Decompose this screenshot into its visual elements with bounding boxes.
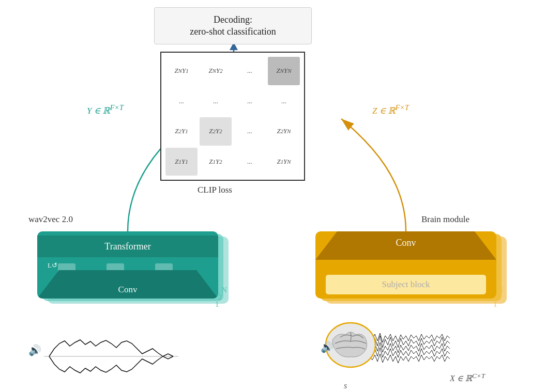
transformer-bar: Transformer [37,236,218,257]
wav2vec-label: wav2vec 2.0 [28,214,73,225]
diagram: Decoding: zero-shot classification ZNY1 … [0,0,546,392]
clip-matrix: ZNY1 ZNY2 ... ZNYN ... ... ... ... Z2Y1 … [161,53,304,180]
teal-conv-shape: Conv [37,270,218,299]
cell-2-4: Z2YN [268,117,300,146]
cell-3-1: ... [165,87,198,116]
cell-3-3: ... [234,87,266,116]
cell-2-1: Z2Y1 [165,117,198,146]
cell-1-3: ... [234,148,266,176]
s-label: s [344,381,347,390]
y-label: Y ∈ ℝF×T [87,103,124,116]
clip-label: CLIP loss [198,185,232,195]
cell-4-4: ZNYN [268,57,300,85]
cell-2-3: ... [234,117,266,146]
orange-module: Conv Subject block [315,231,496,299]
orange-1-label: 1 [493,300,497,309]
decoding-title: Decoding: [214,14,252,25]
teal-L-label: L↺ [48,261,57,270]
decoding-subtitle: zero-shot classification [190,26,276,37]
clip-matrix-box: ZNY1 ZNY2 ... ZNYN ... ... ... ... Z2Y1 … [160,52,305,181]
teal-conv-label: Conv [118,285,138,295]
decoding-label: Decoding: zero-shot classification [190,14,276,38]
brain-module-label: Brain module [421,214,469,225]
orange-conv-label: Conv [396,238,416,248]
cell-3-4: ... [268,87,300,116]
teal-conv-area: Conv [37,270,218,299]
teal-n-label: N [221,286,227,294]
x-label: X ∈ ℝC×T [450,372,485,383]
subject-block-label: Subject block [382,279,430,290]
cell-1-4: Z1YN [268,148,300,176]
teal-module: Transformer L↺ Conv [37,231,218,299]
cell-1-2: Z1Y2 [200,148,232,176]
cell-1-1: Z1Y1 [165,148,198,176]
cell-4-3: ... [234,57,266,85]
cell-2-2: Z2Y2 [200,117,232,146]
transformer-label: Transformer [104,241,150,252]
teal-1-label: 1 [215,300,219,309]
cell-3-2: ... [200,87,232,116]
z-label: Z ∈ ℝF×T [372,103,409,116]
cell-4-1: ZNY1 [165,57,198,85]
decoding-box: Decoding: zero-shot classification [154,7,312,44]
speaker-left-icon: 🔊 [28,344,41,356]
subject-block-bar: Subject block [326,275,486,294]
speaker-right-icon: 🔊 [321,341,333,353]
orange-conv-bar: Conv [315,231,496,260]
cell-4-2: ZNY2 [200,57,232,85]
